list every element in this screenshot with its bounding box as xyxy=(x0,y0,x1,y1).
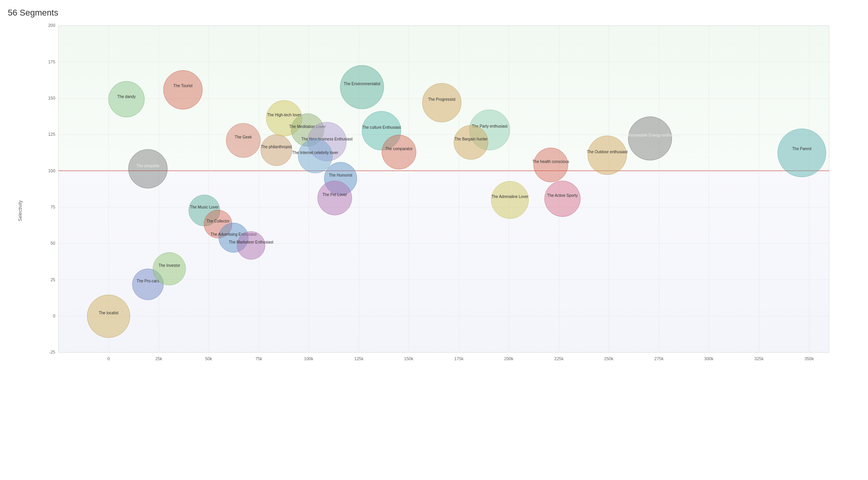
bubble-marketeer[interactable] xyxy=(237,231,265,259)
label-health: The health conscious xyxy=(532,159,569,164)
label-adrenaline: The Adrenaline Lover xyxy=(491,194,529,199)
y-tick-125: 125 xyxy=(48,132,55,137)
y-tick-75: 75 xyxy=(51,205,55,209)
bubble-pet-lover[interactable] xyxy=(318,181,352,215)
bubble-dandy[interactable] xyxy=(109,81,144,117)
bubble-internet-celebrity[interactable] xyxy=(298,139,332,173)
y-tick-150: 150 xyxy=(48,96,55,100)
y-axis-label: Selectivity xyxy=(18,200,23,221)
x-tick-25k: 25k xyxy=(155,356,162,361)
x-tick-150k: 150k xyxy=(404,356,413,361)
bubble-renewable[interactable] xyxy=(628,117,672,160)
label-environmentalist: The Environmentalist xyxy=(344,82,380,86)
y-tick-50: 50 xyxy=(51,241,55,245)
x-tick-325k: 325k xyxy=(754,356,764,361)
label-pro-cars: The Pro-cars xyxy=(137,279,159,283)
x-tick-50k: 50k xyxy=(205,356,212,361)
label-progressist: The Progressist xyxy=(428,97,455,102)
bubble-parent[interactable] xyxy=(778,129,826,177)
chart-title: 56 Segments xyxy=(8,8,845,18)
bubble-active[interactable] xyxy=(545,181,580,217)
y-tick-0: 0 xyxy=(53,314,55,318)
scatter-chart: 200 175 150 125 100 75 50 25 0 -25 0 25k… xyxy=(27,22,845,372)
label-bargain: The Bargain hunter xyxy=(454,137,488,141)
x-tick-200k: 200k xyxy=(504,356,513,361)
bubble-investor[interactable] xyxy=(153,252,186,285)
chart-container: 56 Segments Selectivity xyxy=(8,8,845,373)
label-humorist: The Humorist xyxy=(329,173,352,177)
x-tick-250k: 250k xyxy=(604,356,613,361)
bubble-cinephile[interactable] xyxy=(128,149,167,188)
label-culture: The culture Enthusiast xyxy=(362,125,401,130)
bubble-comparator[interactable] xyxy=(382,135,416,169)
label-philanthropist: The philanthropist xyxy=(261,145,292,149)
label-geek: The Geek xyxy=(235,135,252,139)
y-tick-100: 100 xyxy=(48,168,55,173)
label-localist: The localist xyxy=(99,311,119,315)
x-tick-125k: 125k xyxy=(354,356,364,361)
label-cinephile: The cinephile xyxy=(136,164,160,168)
label-high-tech: The High-tech lover xyxy=(267,113,301,117)
label-collector: The Collector xyxy=(206,219,230,223)
bubble-philanthropist[interactable] xyxy=(261,135,292,166)
bubble-localist[interactable] xyxy=(87,295,130,338)
y-tick-200: 200 xyxy=(48,23,55,28)
chart-area: Selectivity xyxy=(27,22,845,373)
y-tick-n25: -25 xyxy=(49,350,55,354)
label-renewable: The Renewable Energy enthusiast xyxy=(620,133,680,137)
label-outdoor: The Outdoor enthusiast xyxy=(587,150,628,154)
bubble-health[interactable] xyxy=(534,148,568,182)
x-tick-175k: 175k xyxy=(454,356,464,361)
bubble-adrenaline[interactable] xyxy=(491,181,529,219)
label-comparator: The comparator xyxy=(385,147,413,151)
label-investor: The Investor xyxy=(158,263,180,268)
label-pet-lover: The Pet Lover xyxy=(323,193,347,197)
x-tick-100k: 100k xyxy=(304,356,313,361)
x-tick-350k: 350k xyxy=(805,356,814,361)
x-tick-0: 0 xyxy=(107,356,110,361)
label-internet-celebrity: The Internet celebrity lover xyxy=(292,151,339,155)
y-tick-25: 25 xyxy=(51,277,55,282)
label-dandy: The dandy xyxy=(117,95,135,99)
bubble-tourist[interactable] xyxy=(163,70,202,109)
label-active: The Active Sporty xyxy=(547,193,578,198)
x-tick-300k: 300k xyxy=(704,356,713,361)
label-music-lover: The Music Lover xyxy=(190,205,219,209)
x-tick-275k: 275k xyxy=(654,356,664,361)
bubble-bargain[interactable] xyxy=(454,125,488,159)
bubble-outdoor[interactable] xyxy=(588,136,627,175)
y-tick-175: 175 xyxy=(48,60,55,64)
x-tick-75k: 75k xyxy=(255,356,262,361)
bubble-environmentalist[interactable] xyxy=(340,65,384,109)
label-parent: The Parent xyxy=(792,147,812,151)
label-tourist: The Tourist xyxy=(173,84,193,88)
x-tick-225k: 225k xyxy=(554,356,564,361)
bubble-progressist[interactable] xyxy=(422,83,461,122)
bubble-geek[interactable] xyxy=(226,123,260,158)
label-marketeer: The Marketeer Enthusiast xyxy=(229,240,274,244)
